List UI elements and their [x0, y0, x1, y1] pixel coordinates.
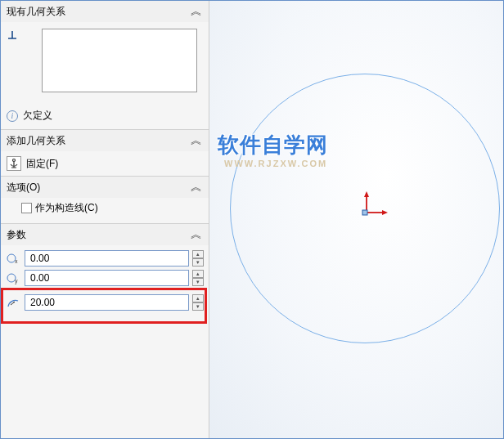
construction-label: 作为构造线(C) [35, 201, 98, 215]
param-cy-input[interactable]: 0.00 [25, 270, 189, 286]
params-section: 参数 ︽ x 0.00 ▴ ▾ y 0.00 ▴ [0, 223, 209, 324]
perpendicular-icon [5, 27, 19, 42]
chevron-up-icon: ︽ [191, 180, 202, 195]
chevron-up-icon: ︽ [191, 227, 202, 242]
fixed-relation-label: 固定(F) [26, 157, 58, 171]
param-cx-input[interactable]: 0.00 [25, 250, 189, 267]
relations-list[interactable] [42, 29, 197, 92]
param-cx-row: x 0.00 ▴ ▾ [5, 250, 204, 267]
fixed-relation-button[interactable]: 固定(F) [0, 151, 209, 176]
add-relations-section: 添加几何关系 ︽ 固定(F) [0, 129, 209, 176]
params-header[interactable]: 参数 ︽ [0, 224, 209, 245]
svg-text:y: y [15, 278, 18, 284]
add-relations-header[interactable]: 添加几何关系 ︽ [0, 130, 209, 151]
cx-icon: x [5, 251, 21, 266]
cx-spinner[interactable]: ▴ ▾ [192, 250, 204, 267]
construction-checkbox[interactable] [21, 203, 32, 213]
existing-relations-section: 现有几何关系 ︽ i 欠定义 [0, 0, 209, 129]
spin-down-icon[interactable]: ▾ [192, 278, 204, 286]
add-relations-title: 添加几何关系 [7, 134, 65, 148]
construction-option[interactable]: 作为构造线(C) [0, 198, 209, 223]
params-title: 参数 [7, 228, 26, 242]
spin-up-icon[interactable]: ▴ [192, 270, 204, 278]
cy-icon: y [5, 271, 21, 285]
sketch-canvas[interactable]: 软件自学网 WWW.RJZXW.COM [209, 0, 504, 439]
svg-marker-9 [382, 210, 388, 215]
options-header[interactable]: 选项(O) ︽ [0, 177, 209, 198]
watermark-url: WWW.RJZXW.COM [224, 159, 327, 168]
existing-relations-header[interactable]: 现有几何关系 ︽ [0, 1, 209, 22]
definition-status-row: i 欠定义 [0, 102, 209, 129]
origin-triad [350, 188, 399, 237]
svg-text:x: x [15, 258, 18, 264]
highlight-box [1, 288, 207, 324]
watermark-text: 软件自学网 [218, 131, 328, 159]
chevron-up-icon: ︽ [191, 4, 202, 19]
param-cy-row: y 0.00 ▴ ▾ [5, 270, 204, 286]
anchor-icon [7, 156, 21, 171]
properties-panel: 现有几何关系 ︽ i 欠定义 添加几何关系 ︽ 固定(F) 选项(O) [0, 0, 209, 439]
cy-spinner[interactable]: ▴ ▾ [192, 270, 204, 286]
chevron-up-icon: ︽ [191, 133, 202, 148]
definition-status-label: 欠定义 [23, 109, 52, 123]
spin-up-icon[interactable]: ▴ [192, 250, 204, 258]
spin-down-icon[interactable]: ▾ [192, 258, 204, 267]
existing-relations-title: 现有几何关系 [7, 5, 65, 19]
svg-point-0 [13, 159, 16, 162]
options-section: 选项(O) ︽ 作为构造线(C) [0, 176, 209, 223]
svg-marker-7 [364, 191, 369, 197]
svg-rect-10 [362, 210, 367, 215]
relations-row [0, 22, 209, 102]
info-icon: i [7, 110, 18, 122]
options-title: 选项(O) [7, 181, 40, 195]
